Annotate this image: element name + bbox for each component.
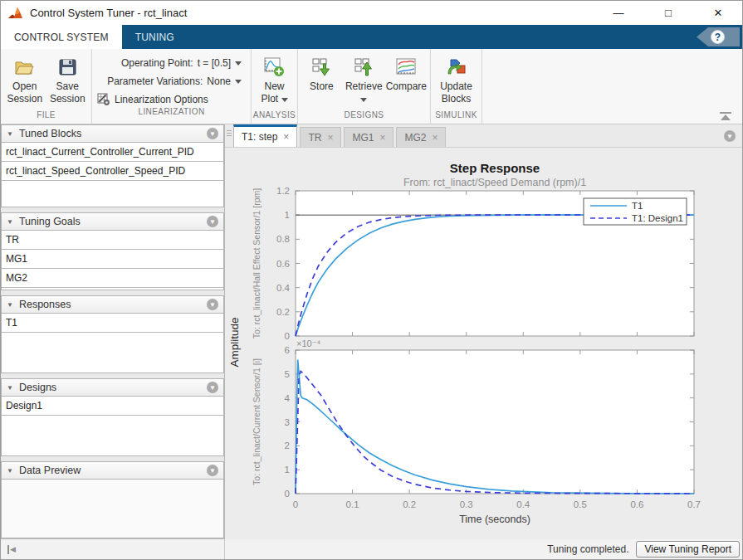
update-blocks-button[interactable]: Update Blocks bbox=[434, 54, 478, 105]
chevron-down-icon bbox=[235, 80, 242, 84]
collapse-sidebar-button[interactable]: ◀ bbox=[1, 539, 225, 559]
svg-text:0: 0 bbox=[285, 331, 290, 341]
panel-header-designs[interactable]: ▼ Designs ▼ bbox=[1, 378, 224, 397]
list-item[interactable]: MG1 bbox=[2, 250, 223, 269]
close-icon[interactable]: × bbox=[379, 133, 385, 143]
help-badge: ? bbox=[697, 27, 740, 46]
doc-tab-tr[interactable]: TR × bbox=[300, 127, 341, 147]
svg-text:6: 6 bbox=[285, 345, 290, 355]
plot-panel: T1: step × TR × MG1 × MG2 × ▼ Step Re bbox=[225, 124, 742, 538]
panel-title: Designs bbox=[19, 382, 201, 393]
store-icon bbox=[310, 56, 333, 78]
panel-title: Tuning Goals bbox=[19, 216, 201, 227]
collapse-ribbon-icon bbox=[721, 114, 731, 120]
svg-text:3: 3 bbox=[285, 417, 290, 427]
linearization-options-label: Linearization Options bbox=[115, 94, 208, 105]
svg-text:0.7: 0.7 bbox=[687, 499, 701, 509]
step-response-chart[interactable]: Step ResponseFrom: rct_linact/Speed Dema… bbox=[225, 148, 743, 539]
view-tuning-report-button[interactable]: View Tuning Report bbox=[636, 541, 740, 558]
title-bar: Control System Tuner - rct_linact — □ ✕ bbox=[1, 1, 742, 25]
help-icon[interactable]: ? bbox=[711, 30, 725, 44]
doc-tab-label: TR bbox=[308, 132, 321, 144]
panel-menu-icon[interactable]: ▼ bbox=[207, 465, 218, 476]
svg-text:0.6: 0.6 bbox=[630, 499, 643, 509]
collapse-triangle-icon: ▼ bbox=[7, 467, 13, 475]
doc-tab-label: MG1 bbox=[352, 132, 374, 144]
parameter-variations-dropdown[interactable]: Parameter Variations: None bbox=[97, 74, 242, 89]
tab-control-system[interactable]: CONTROL SYSTEM bbox=[1, 25, 122, 49]
figure-area: Step ResponseFrom: rct_linact/Speed Dema… bbox=[225, 148, 742, 539]
list-item[interactable]: T1 bbox=[2, 314, 223, 333]
collapse-left-icon: ◀ bbox=[10, 545, 16, 553]
panel-header-data-preview[interactable]: ▼ Data Preview ▼ bbox=[1, 461, 224, 480]
svg-text:T1: T1 bbox=[632, 201, 643, 211]
open-session-label: Open Session bbox=[4, 80, 46, 105]
collapse-triangle-icon: ▼ bbox=[7, 301, 13, 309]
section-label-simulink: SIMULINK bbox=[431, 110, 481, 124]
doc-tab-mg1[interactable]: MG1 × bbox=[344, 127, 393, 147]
panel-header-responses[interactable]: ▼ Responses ▼ bbox=[1, 295, 224, 314]
panel-tuning-goals: ▼ Tuning Goals ▼ TR MG1 MG2 bbox=[1, 212, 224, 290]
parameter-variations-value: None bbox=[207, 75, 231, 87]
collapse-triangle-icon: ▼ bbox=[7, 218, 13, 226]
ribbon-tab-strip: CONTROL SYSTEM TUNING ? bbox=[1, 25, 742, 49]
document-tab-bar: T1: step × TR × MG1 × MG2 × ▼ bbox=[225, 124, 742, 148]
list-item[interactable]: MG2 bbox=[2, 269, 223, 288]
panel-menu-icon[interactable]: ▼ bbox=[207, 382, 218, 393]
open-session-button[interactable]: Open Session bbox=[4, 54, 46, 105]
svg-text:0.4: 0.4 bbox=[276, 283, 291, 293]
panel-title: Data Preview bbox=[19, 465, 201, 476]
svg-text:To: rct_linact/Hall Effect: To: rct_linact/Hall Effect Sensor/1 [rpm… bbox=[252, 188, 262, 338]
svg-text:Amplitude: Amplitude bbox=[228, 317, 241, 367]
section-label-designs: DESIGNS bbox=[298, 110, 430, 124]
compare-button[interactable]: Compare bbox=[386, 54, 427, 93]
panel-menu-icon[interactable]: ▼ bbox=[207, 216, 218, 227]
maximize-button[interactable]: □ bbox=[659, 7, 677, 19]
section-label-analysis: ANALYSIS bbox=[252, 110, 297, 124]
list-item[interactable]: Design1 bbox=[2, 397, 223, 416]
section-label-file: FILE bbox=[1, 110, 91, 124]
linearization-options-button[interactable]: Linearization Options bbox=[97, 92, 242, 107]
retrieve-button[interactable]: Retrieve bbox=[344, 54, 384, 105]
svg-text:To: rct_linact/Current Senso: To: rct_linact/Current Sensor/1 [i] bbox=[252, 358, 262, 485]
panel-data-preview: ▼ Data Preview ▼ bbox=[1, 461, 224, 538]
collapse-left-icon bbox=[7, 545, 9, 554]
status-bar: ◀ Tuning completed. View Tuning Report bbox=[1, 538, 742, 559]
tab-bar-menu-icon[interactable]: ▼ bbox=[724, 130, 736, 142]
panel-menu-icon[interactable]: ▼ bbox=[207, 128, 218, 139]
collapse-ribbon-button[interactable] bbox=[719, 112, 732, 120]
close-icon[interactable]: × bbox=[327, 133, 333, 143]
close-button[interactable]: ✕ bbox=[709, 7, 727, 19]
new-plot-button[interactable]: New Plot bbox=[255, 54, 294, 105]
tab-tuning[interactable]: TUNING bbox=[122, 25, 188, 49]
svg-text:0.8: 0.8 bbox=[276, 234, 290, 244]
svg-text:0: 0 bbox=[285, 489, 290, 499]
list-item[interactable]: rct_linact_Current_Controller_Current_PI… bbox=[2, 143, 223, 162]
svg-text:0.2: 0.2 bbox=[403, 499, 416, 509]
ribbon-toolbar: Open Session Save Session FILE Operatin bbox=[1, 49, 742, 124]
section-linearization: Operating Point: t = [0.5] Parameter Var… bbox=[92, 49, 252, 124]
panel-header-tuned-blocks[interactable]: ▼ Tuned Blocks ▼ bbox=[1, 124, 224, 143]
section-simulink: Update Blocks SIMULINK bbox=[431, 49, 482, 124]
list-item[interactable]: rct_linact_Speed_Controller_Speed_PID bbox=[2, 162, 223, 181]
minimize-button[interactable]: — bbox=[609, 7, 628, 19]
parameter-variations-label: Parameter Variations: bbox=[107, 75, 203, 87]
svg-text:0.2: 0.2 bbox=[276, 307, 290, 317]
tab-drag-handle-icon[interactable] bbox=[227, 130, 232, 136]
panel-menu-icon[interactable]: ▼ bbox=[207, 299, 218, 310]
chevron-down-icon bbox=[360, 98, 367, 102]
doc-tab-mg2[interactable]: MG2 × bbox=[396, 127, 446, 147]
doc-tab-t1-step[interactable]: T1: step × bbox=[233, 124, 297, 147]
store-button[interactable]: Store bbox=[301, 54, 342, 93]
update-blocks-label: Update Blocks bbox=[434, 80, 478, 105]
close-icon[interactable]: × bbox=[432, 133, 437, 143]
operating-point-dropdown[interactable]: Operating Point: t = [0.5] bbox=[97, 56, 242, 71]
panel-responses: ▼ Responses ▼ T1 bbox=[1, 295, 224, 373]
save-floppy-icon bbox=[56, 56, 79, 78]
list-item[interactable]: TR bbox=[2, 231, 223, 250]
panel-header-tuning-goals[interactable]: ▼ Tuning Goals ▼ bbox=[1, 212, 224, 231]
close-icon[interactable]: × bbox=[283, 132, 289, 142]
save-session-button[interactable]: Save Session bbox=[47, 54, 89, 105]
panel-tuned-blocks: ▼ Tuned Blocks ▼ rct_linact_Current_Cont… bbox=[1, 124, 224, 207]
panel-title: Responses bbox=[19, 299, 201, 310]
